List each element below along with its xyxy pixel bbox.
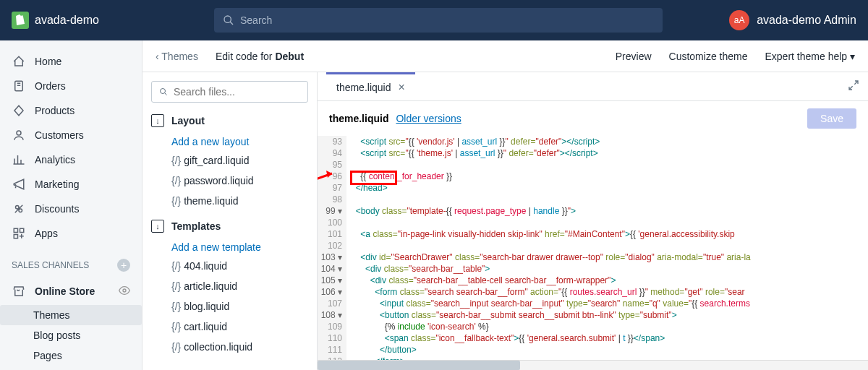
file-name: theme.liquid	[329, 113, 388, 124]
sidebar: HomeOrdersProductsCustomersAnalyticsMark…	[0, 40, 142, 370]
code-line[interactable]: 107 <input class="search__input search-b…	[318, 298, 868, 309]
file-cart-liquid[interactable]: {/} cart.liquid	[151, 317, 308, 337]
save-button[interactable]: Save	[807, 108, 856, 129]
sub-item-navigation[interactable]: Navigation	[33, 366, 142, 370]
search-input[interactable]	[240, 14, 654, 26]
products-icon	[12, 103, 26, 118]
global-search[interactable]	[214, 8, 663, 33]
svg-point-3	[17, 131, 21, 135]
code-line[interactable]: 98	[318, 194, 868, 205]
folder-icon: ↓	[151, 220, 164, 233]
store-icon	[12, 284, 26, 298]
code-line[interactable]: 108 ▾ <button class="search-bar__submit …	[318, 309, 868, 321]
customers-icon	[12, 128, 26, 142]
sidebar-item-orders[interactable]: Orders	[0, 74, 142, 98]
file-search-input[interactable]	[174, 86, 300, 98]
content-header: ‹ Themes Edit code for Debut PreviewCust…	[142, 40, 868, 72]
sidebar-item-home[interactable]: Home	[0, 49, 142, 74]
code-line[interactable]: 94 <script src="{{ 'theme.js' | asset_ur…	[318, 147, 868, 159]
older-versions-link[interactable]: Older versions	[396, 113, 461, 124]
expand-icon[interactable]	[848, 79, 859, 94]
code-editor[interactable]: 93 <script src="{{ 'vendor.js' | asset_u…	[318, 136, 868, 360]
analytics-icon	[12, 152, 26, 167]
code-line[interactable]: 102	[318, 240, 868, 251]
avatar: aA	[729, 10, 749, 30]
svg-rect-6	[14, 235, 17, 238]
code-line[interactable]: 95	[318, 159, 868, 171]
sidebar-item-marketing[interactable]: Marketing	[0, 172, 142, 197]
file-info: theme.liquid Older versions Save	[318, 101, 868, 136]
file-article-liquid[interactable]: {/} article.liquid	[151, 276, 308, 296]
svg-rect-5	[20, 228, 24, 232]
sub-item-pages[interactable]: Pages	[33, 345, 142, 366]
file-password-liquid[interactable]: {/} password.liquid	[151, 171, 308, 191]
sidebar-item-discounts[interactable]: Discounts	[0, 197, 142, 221]
svg-point-8	[161, 89, 166, 94]
sub-item-blog-posts[interactable]: Blog posts	[33, 325, 142, 345]
sidebar-item-analytics[interactable]: Analytics	[0, 147, 142, 172]
sidebar-item-apps[interactable]: Apps	[0, 221, 142, 246]
svg-line-9	[165, 93, 167, 95]
brand-name: avada-demo	[35, 14, 99, 27]
file-collection-liquid[interactable]: {/} collection.liquid	[151, 337, 308, 357]
folder-layout[interactable]: ↓Layout	[151, 114, 308, 127]
code-line[interactable]: 103 ▾ <div id="SearchDrawer" class="sear…	[318, 251, 868, 263]
add-channel-icon[interactable]: +	[117, 259, 130, 272]
marketing-icon	[12, 177, 26, 192]
code-line[interactable]: 93 <script src="{{ 'vendor.js' | asset_u…	[318, 136, 868, 147]
folder-icon: ↓	[151, 114, 164, 127]
discounts-icon	[12, 202, 26, 216]
sub-item-themes[interactable]: Themes	[0, 305, 142, 325]
action-preview[interactable]: Preview	[616, 51, 652, 62]
code-line[interactable]: 111 </button>	[318, 344, 868, 356]
add-templates[interactable]: Add a new template	[151, 238, 308, 256]
search-icon	[223, 14, 234, 26]
code-line[interactable]: 96 {{ content_for_header }}	[318, 171, 868, 182]
sales-channels-header: SALES CHANNELS +	[0, 247, 142, 278]
tabs: theme.liquid ×	[318, 72, 868, 101]
file-404-liquid[interactable]: {/} 404.liquid	[151, 256, 308, 276]
code-line[interactable]: 109 {% include 'icon-search' %}	[318, 321, 868, 332]
home-icon	[12, 54, 26, 69]
eye-icon[interactable]	[119, 285, 130, 298]
back-link[interactable]: ‹ Themes	[156, 51, 198, 62]
code-line[interactable]: 106 ▾ <form class="search search-bar__fo…	[318, 286, 868, 298]
action-customize-theme[interactable]: Customize theme	[669, 51, 748, 62]
svg-rect-4	[14, 228, 17, 232]
code-line[interactable]: 105 ▾ <div class="search-bar__table-cell…	[318, 275, 868, 286]
code-line[interactable]: 97 </head>	[318, 182, 868, 194]
file-gift_card-liquid[interactable]: {/} gift_card.liquid	[151, 150, 308, 171]
sidebar-item-products[interactable]: Products	[0, 98, 142, 123]
user-name: avada-demo Admin	[757, 14, 856, 27]
topbar-user[interactable]: aA avada-demo Admin	[729, 10, 856, 30]
file-panel: ↓LayoutAdd a new layout{/} gift_card.liq…	[142, 72, 318, 370]
code-line[interactable]: 100	[318, 217, 868, 228]
code-line[interactable]: 101 <a class="in-page-link visually-hidd…	[318, 228, 868, 240]
horizontal-scrollbar[interactable]	[318, 360, 868, 370]
svg-point-7	[123, 289, 126, 292]
topbar: avada-demo aA avada-demo Admin	[0, 0, 868, 40]
add-layout[interactable]: Add a new layout	[151, 133, 308, 150]
code-line[interactable]: 104 ▾ <div class="search-bar__table">	[318, 263, 868, 275]
action-expert-theme-help[interactable]: Expert theme help ▾	[765, 51, 855, 62]
tab-theme-liquid[interactable]: theme.liquid ×	[326, 72, 415, 100]
apps-icon	[12, 226, 26, 241]
search-icon	[159, 87, 168, 97]
svg-line-1	[230, 22, 233, 25]
brand[interactable]: avada-demo	[12, 12, 214, 29]
shopify-icon	[12, 12, 29, 29]
code-line[interactable]: 99 ▾ <body class="template-{{ request.pa…	[318, 205, 868, 217]
close-icon[interactable]: ×	[399, 81, 405, 94]
sidebar-online-store[interactable]: Online Store	[0, 279, 142, 304]
file-theme-liquid[interactable]: {/} theme.liquid	[151, 191, 308, 211]
svg-point-0	[224, 16, 231, 22]
code-line[interactable]: 110 <span class="icon__fallback-text">{{…	[318, 332, 868, 344]
file-search[interactable]	[151, 81, 308, 103]
folder-templates[interactable]: ↓Templates	[151, 220, 308, 233]
orders-icon	[12, 79, 26, 93]
file-blog-liquid[interactable]: {/} blog.liquid	[151, 296, 308, 317]
sidebar-item-customers[interactable]: Customers	[0, 123, 142, 147]
page-title: Edit code for Debut	[216, 51, 304, 62]
